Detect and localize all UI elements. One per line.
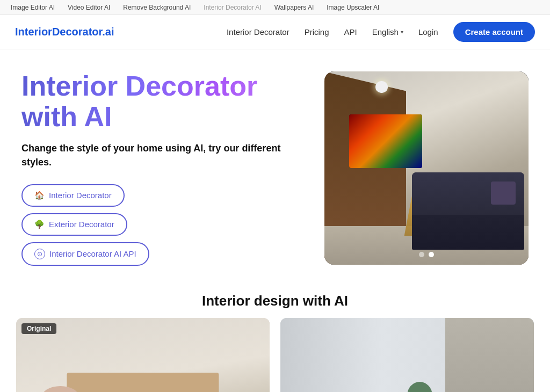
api-icon: ⊙ [34,249,45,259]
topbar-wallpapers[interactable]: Wallpapers AI [274,4,314,11]
chevron-down-icon: ▾ [401,29,403,35]
carousel-dot-2[interactable] [429,252,434,257]
hero-image-carousel[interactable] [324,71,529,265]
room-sofa [412,172,524,250]
main-nav: InteriorDecorator.ai Interior Decorator … [0,15,550,49]
cta-interior-label: Interior Decorator [49,191,112,200]
nav-api[interactable]: API [344,27,357,37]
cta-api-label: Interior Decorator AI API [49,249,136,258]
language-selector[interactable]: English ▾ [372,27,403,37]
comparison-row: Original [0,318,550,392]
topbar-image-editor[interactable]: Image Editor AI [11,4,55,11]
sofa-cushion [491,182,516,205]
nav-links: Interior Decorator Pricing API English ▾… [227,22,535,42]
top-bar: Image Editor AI Video Editor AI Remove B… [0,0,550,15]
orig-headboard [67,373,219,392]
section-title: Interior design with AI [11,293,539,309]
cta-exterior-label: Exterior Decorator [49,220,114,229]
logo[interactable]: InteriorDecorator.ai [15,26,114,38]
carousel-dots [419,252,434,257]
comparison-styled-card [280,318,534,392]
styled-room-image [280,318,534,392]
styled-wardrobe [445,318,534,392]
cta-buttons: 🏠 Interior Decorator 🌳 Exterior Decorato… [21,184,303,266]
trees-icon: 🌳 [34,220,45,229]
create-account-button[interactable]: Create account [453,22,535,42]
hero-title: Interior Decorator with AI [21,71,303,132]
carousel-dot-1[interactable] [419,252,424,257]
room-ceiling-light [375,81,388,93]
top-bar-items: Image Editor AI Video Editor AI Remove B… [11,4,379,11]
nav-interior-decorator[interactable]: Interior Decorator [227,27,290,37]
tv-screen [349,114,423,169]
hero-section: Interior Decorator with AI Change the st… [0,49,550,277]
hero-subtitle: Change the style of your home using AI, … [21,142,303,169]
comparison-original-card: Original [16,318,270,392]
topbar-video-editor[interactable]: Video Editor AI [68,4,110,11]
language-label: English [372,27,399,37]
login-button[interactable]: Login [418,27,438,37]
topbar-remove-bg[interactable]: Remove Background AI [123,4,191,11]
cta-interior-decorator[interactable]: 🏠 Interior Decorator [21,184,125,207]
topbar-image-upscaler[interactable]: Image Upscaler AI [327,4,379,11]
topbar-interior-decorator[interactable]: Interior Decorator AI [204,4,261,11]
cta-exterior-decorator[interactable]: 🌳 Exterior Decorator [21,213,127,236]
hero-room-image [324,71,529,265]
original-badge: Original [21,323,56,334]
section-title-wrap: Interior design with AI [0,277,550,318]
room-tv [349,114,423,169]
cta-api[interactable]: ⊙ Interior Decorator AI API [21,242,149,266]
nav-pricing[interactable]: Pricing [305,27,329,37]
house-icon: 🏠 [34,191,45,200]
hero-text: Interior Decorator with AI Change the st… [21,71,303,266]
